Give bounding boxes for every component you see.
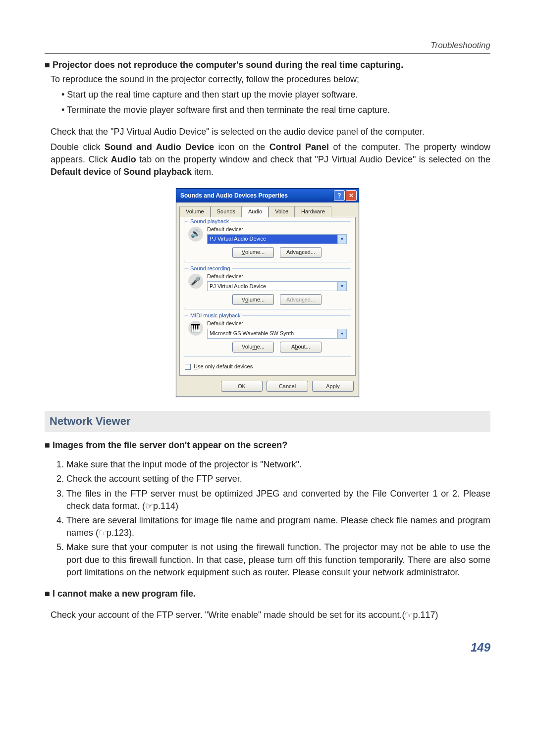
tab-volume[interactable]: Volume [179, 206, 211, 217]
numbered-list: Make sure that the input mode of the pro… [45, 458, 490, 579]
advanced-button[interactable]: Advanced... [280, 247, 321, 258]
text-bold: Control Panel [269, 142, 329, 152]
default-device-label: Default device: [207, 273, 347, 280]
paragraph: Double click Sound and Audio Device icon… [45, 141, 490, 179]
group-midi: MIDI music playback 🎹 Default device: Mi… [184, 315, 351, 356]
list-item: Make sure that the input mode of the pro… [66, 458, 490, 471]
dialog-illustration: Sounds and Audio Devices Properties ? ✕ … [45, 188, 490, 397]
tab-body: Sound playback 🔊 Default device: PJ Virt… [179, 217, 356, 376]
select-value: Microsoft GS Wavetable SW Synth [210, 330, 294, 337]
speaker-icon: 🔊 [188, 227, 203, 242]
apply-button[interactable]: Apply [312, 381, 354, 392]
volume-button[interactable]: Volume... [232, 247, 274, 258]
text: icon on the [214, 142, 269, 152]
use-default-checkbox-row[interactable]: Use only default devices [185, 363, 350, 370]
dialog-title: Sounds and Audio Devices Properties [180, 192, 288, 200]
dialog-titlebar: Sounds and Audio Devices Properties ? ✕ [176, 189, 359, 202]
section-heading: Network Viewer [45, 411, 490, 432]
tab-voice[interactable]: Voice [268, 206, 295, 217]
text: item. [192, 167, 214, 177]
checkbox-label: Use only default devices [194, 363, 253, 370]
page-number: 149 [45, 639, 490, 656]
group-recording: Sound recording 🎤 Default device: PJ Vir… [184, 268, 351, 309]
chevron-down-icon: ▾ [337, 235, 346, 244]
issue-title: Projector does not reproduce the compute… [45, 59, 490, 71]
bullet-item: Terminate the movie player software firs… [61, 104, 490, 116]
issue-intro: To reproduce the sound in the projector … [45, 73, 490, 86]
midi-icon: 🎹 [188, 321, 203, 336]
text: tab on the property window and check tha… [136, 154, 490, 164]
advanced-button-disabled: Advanced... [280, 294, 321, 305]
paragraph: Check that the "PJ Virtual Audio Device"… [45, 126, 490, 138]
volume-button[interactable]: Volume... [232, 342, 274, 353]
microphone-icon: 🎤 [188, 274, 203, 289]
chevron-down-icon: ▾ [337, 329, 346, 338]
dialog-footer: OK Cancel Apply [176, 376, 359, 397]
default-device-label: Default device: [207, 320, 347, 327]
tab-sounds[interactable]: Sounds [211, 206, 242, 217]
text-bold: Audio [111, 154, 136, 164]
tab-strip: Volume Sounds Audio Voice Hardware [176, 202, 359, 216]
list-item: The files in the FTP server must be opti… [66, 488, 490, 512]
ok-button[interactable]: OK [221, 381, 263, 392]
help-button[interactable]: ? [334, 190, 345, 201]
list-item: Check the account setting of the FTP ser… [66, 473, 490, 485]
tab-hardware[interactable]: Hardware [295, 206, 331, 217]
select-value: PJ Virtual Audio Device [210, 283, 266, 290]
recording-device-select[interactable]: PJ Virtual Audio Device ▾ [207, 281, 347, 291]
group-title: Sound recording [188, 265, 232, 272]
select-value: PJ Virtual Audio Device [210, 235, 266, 243]
group-title: MIDI music playback [188, 312, 242, 319]
list-item: There are several limitations for image … [66, 514, 490, 539]
xp-dialog: Sounds and Audio Devices Properties ? ✕ … [176, 188, 359, 397]
about-button[interactable]: About... [280, 342, 321, 353]
group-playback: Sound playback 🔊 Default device: PJ Virt… [184, 221, 351, 262]
cancel-button[interactable]: Cancel [267, 381, 308, 392]
checkbox-icon[interactable] [185, 364, 191, 370]
paragraph: Check your account of the FTP server. "W… [45, 609, 490, 621]
close-button[interactable]: ✕ [346, 190, 357, 201]
chevron-down-icon: ▾ [337, 282, 346, 291]
playback-device-select[interactable]: PJ Virtual Audio Device ▾ [207, 234, 347, 244]
viewer-q2: I cannot make a new program file. [45, 588, 490, 600]
text: Double click [51, 142, 105, 152]
volume-button[interactable]: Volume... [232, 294, 274, 305]
text-bold: Sound playback [123, 167, 192, 177]
default-device-label: Default device: [207, 226, 347, 233]
bullet-list: Start up the real time capture and then … [45, 89, 490, 116]
midi-device-select[interactable]: Microsoft GS Wavetable SW Synth ▾ [207, 329, 347, 339]
bullet-item: Start up the real time capture and then … [61, 89, 490, 101]
text-bold: Default device [51, 167, 111, 177]
text: of [111, 167, 123, 177]
group-title: Sound playback [188, 218, 231, 225]
tab-audio[interactable]: Audio [242, 206, 268, 217]
viewer-q1: Images from the file server don't appear… [45, 439, 490, 452]
list-item: Make sure that your computer is not usin… [66, 541, 490, 579]
header-section: Troubleshooting [45, 40, 490, 54]
text-bold: Sound and Audio Device [105, 142, 214, 152]
